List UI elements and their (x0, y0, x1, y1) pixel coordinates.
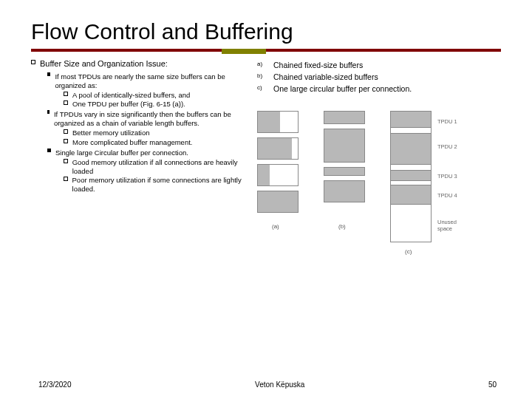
footer-author: Veton Këpuska (255, 381, 304, 389)
section-heading: Buffer Size and Organization Issue: (40, 59, 168, 69)
row-label-1: TPDU 1 (437, 118, 457, 125)
footer-date: 12/3/2020 (38, 381, 72, 389)
footer: 12/3/2020 Veton Këpuska 50 (0, 381, 532, 389)
left-column: Buffer Size and Organization Issue: If m… (31, 59, 244, 288)
page-title: Flow Control and Buffering (31, 19, 501, 44)
footer-page: 50 (488, 381, 497, 389)
legend-label: a) (257, 61, 266, 69)
legend-a: a) Chained fixed-size buffers (257, 61, 501, 69)
buffer-figure: (a) (b) (257, 103, 494, 288)
bullet-text: Better memory utilization (72, 129, 150, 137)
square-bullet-icon (64, 92, 68, 96)
bullet-1-sub-2: One TPDU per buffer (Fig. 6-15 (a)). (64, 100, 244, 109)
bullet-text: Poor memory utilization if some connecti… (72, 176, 244, 194)
bullet-text: If most TPDUs are nearly the same size b… (55, 72, 244, 90)
legend-b: b) Chained variable-sized buffers (257, 72, 501, 81)
bullet-text: Single large Circular buffer per connect… (55, 149, 188, 157)
row-label-4: TPDU 4 (437, 192, 457, 199)
bullet-text: A pool of identically-sized buffers, and (72, 91, 190, 100)
bullet-text: If TPDUs vary in size significantly then… (54, 110, 244, 128)
bullet-text: One TPDU per buffer (Fig. 6-15 (a)). (72, 100, 185, 109)
square-bullet-icon (64, 129, 68, 134)
bullet-3: Single large Circular buffer per connect… (47, 149, 244, 157)
square-bullet-icon (64, 159, 68, 163)
bullet-2-sub-1: Better memory utilization (64, 129, 244, 137)
bullet-1-sub-1: A pool of identically-sized buffers, and (64, 91, 244, 100)
bullet-text: Good memory utilization if all connectio… (72, 158, 244, 176)
filled-square-bullet-icon (47, 72, 50, 76)
bullet-3-sub-2: Poor memory utilization if some connecti… (64, 176, 244, 194)
section-heading-row: Buffer Size and Organization Issue: (31, 59, 244, 69)
square-bullet-icon (31, 60, 35, 64)
filled-square-bullet-icon (47, 110, 50, 114)
figure-label-a: (a) (272, 223, 279, 230)
bullet-3-sub-1: Good memory utilization if all connectio… (64, 158, 244, 176)
figure-label-b: (b) (338, 223, 346, 230)
content-columns: Buffer Size and Organization Issue: If m… (31, 59, 501, 288)
square-bullet-icon (64, 139, 68, 143)
legend-c: c) One large circular buffer per connect… (257, 84, 501, 93)
square-bullet-icon (64, 100, 68, 105)
square-bullet-icon (64, 177, 68, 181)
right-column: a) Chained fixed-size buffers b) Chained… (257, 59, 501, 288)
bullet-2: If TPDUs vary in size significantly then… (47, 110, 244, 128)
bullet-2-sub-2: More complicated buffer management. (64, 138, 244, 147)
legend-text: Chained fixed-size buffers (273, 61, 501, 69)
filled-square-bullet-icon (47, 149, 51, 152)
row-label-2: TPDU 2 (437, 143, 457, 150)
figure-label-c: (c) (405, 248, 412, 255)
row-label-3: TPDU 3 (437, 173, 457, 180)
divider (31, 49, 501, 53)
legend-text: Chained variable-sized buffers (273, 72, 501, 81)
bullet-1: If most TPDUs are nearly the same size b… (47, 72, 244, 90)
legend-text: One large circular buffer per connection… (273, 84, 501, 93)
legend-label: b) (257, 72, 266, 81)
bullet-text: More complicated buffer management. (72, 138, 192, 147)
legend-label: c) (257, 84, 266, 93)
unused-label: Unused space (437, 219, 467, 232)
